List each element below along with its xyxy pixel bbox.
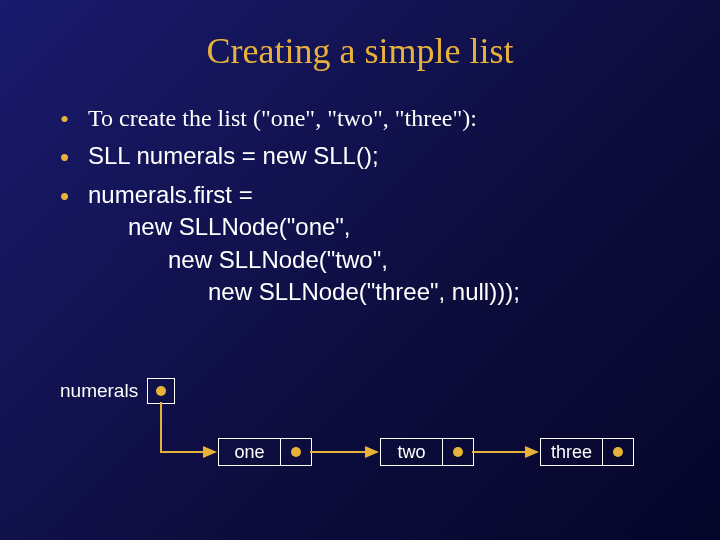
code-line: SLL numerals = new SLL(); — [88, 142, 379, 169]
list-node: one — [218, 438, 312, 466]
node-value: three — [541, 439, 603, 465]
arrow-icon — [161, 402, 215, 452]
code-line: new SLLNode("one", — [88, 211, 680, 243]
slide-title: Creating a simple list — [40, 30, 680, 72]
pointer-dot-icon — [291, 447, 301, 457]
slide: Creating a simple list To create the lis… — [0, 0, 720, 308]
code-line: new SLLNode("three", null))); — [88, 276, 680, 308]
pointer-dot-icon — [453, 447, 463, 457]
bullet-item: To create the list ("one", "two", "three… — [60, 102, 680, 134]
node-value: two — [381, 439, 443, 465]
list-node: two — [380, 438, 474, 466]
code-line: new SLLNode("two", — [88, 244, 680, 276]
node-value: one — [219, 439, 281, 465]
pointer-dot-icon — [156, 386, 166, 396]
node-pointer — [443, 439, 473, 465]
head-pointer-box — [147, 378, 175, 404]
node-pointer — [603, 439, 633, 465]
bullet-item: numerals.first = new SLLNode("one", new … — [60, 179, 680, 309]
linked-list-diagram: numerals one two three — [0, 380, 720, 520]
code-line: numerals.first = — [88, 181, 253, 208]
head-label: numerals — [60, 380, 138, 402]
pointer-dot-icon — [613, 447, 623, 457]
bullet-list: To create the list ("one", "two", "three… — [60, 102, 680, 308]
list-node: three — [540, 438, 634, 466]
bullet-item: SLL numerals = new SLL(); — [60, 140, 680, 172]
bullet-text: To create the list ("one", "two", "three… — [88, 105, 477, 131]
node-pointer — [281, 439, 311, 465]
